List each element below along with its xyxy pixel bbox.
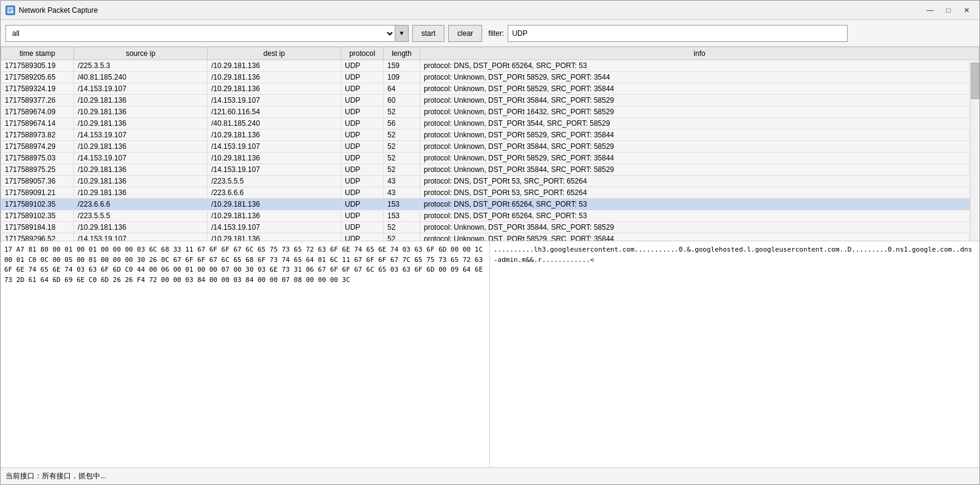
cell-dst_ip: /14.153.19.107 (208, 141, 341, 153)
cell-length: 52 (384, 141, 420, 153)
cell-dst_ip: /10.29.181.136 (208, 60, 341, 72)
status-bar: 当前接口：所有接口，抓包中... (1, 467, 979, 484)
filter-input[interactable] (508, 25, 848, 42)
table-scrollbar-thumb[interactable] (971, 63, 979, 99)
table-row[interactable]: 1717589184.18/10.29.181.136/14.153.19.10… (1, 222, 979, 233)
cell-info: protocol: DNS, DST_PORt 65264, SRC_PORT:… (420, 60, 979, 72)
cell-src_ip: /14.153.19.107 (74, 129, 208, 141)
cell-timestamp: 1717589296.52 (1, 233, 74, 242)
cell-length: 43 (384, 187, 420, 199)
cell-length: 52 (384, 164, 420, 176)
table-row[interactable]: 1717588974.29/10.29.181.136/14.153.19.10… (1, 141, 979, 153)
cell-protocol: UDP (341, 153, 384, 164)
filter-label: filter: (488, 29, 504, 38)
cell-info: protocol: Unknown, DST_PORt 16432, SRC_P… (420, 106, 979, 118)
cell-protocol: UDP (341, 233, 384, 242)
table-row[interactable]: 1717588975.25/10.29.181.136/14.153.19.10… (1, 164, 979, 176)
main-window: Network Packet Capture — □ ✕ all ▼ start… (0, 0, 980, 485)
cell-dst_ip: /14.153.19.107 (208, 164, 341, 176)
cell-info: protocol: DNS, DST_PORt 53, SRC_PORT: 65… (420, 176, 979, 187)
cell-timestamp: 1717588975.25 (1, 164, 74, 176)
dropdown-arrow-icon[interactable]: ▼ (395, 26, 408, 41)
detail-area: 17 A7 81 80 00 01 00 01 00 00 00 03 6C 6… (1, 241, 979, 467)
cell-length: 52 (384, 106, 420, 118)
cell-length: 52 (384, 222, 420, 233)
cell-timestamp: 1717589102.35 (1, 199, 74, 210)
table-row[interactable]: 1717588973.82/14.153.19.107/10.29.181.13… (1, 129, 979, 141)
cell-dst_ip: /10.29.181.136 (208, 83, 341, 95)
cell-src_ip: /40.81.185.240 (74, 72, 208, 83)
table-row[interactable]: 1717589102.35/223.6.6.6/10.29.181.136UDP… (1, 199, 979, 210)
cell-dst_ip: /14.153.19.107 (208, 222, 341, 233)
start-button[interactable]: start (412, 25, 444, 42)
app-icon (5, 5, 15, 15)
minimize-button[interactable]: — (922, 4, 938, 16)
hex-panel: 17 A7 81 80 00 01 00 01 00 00 00 03 6C 6… (1, 241, 490, 467)
cell-timestamp: 1717589184.18 (1, 222, 74, 233)
table-row[interactable]: 1717589324.19/14.153.19.107/10.29.181.13… (1, 83, 979, 95)
cell-dst_ip: /223.5.5.5 (208, 176, 341, 187)
cell-src_ip: /223.6.6.6 (74, 199, 208, 210)
table-row[interactable]: 1717589305.19/225.3.5.3/10.29.181.136UDP… (1, 60, 979, 72)
table-scrollbar[interactable] (970, 63, 979, 241)
cell-dst_ip: /10.29.181.136 (208, 233, 341, 242)
packet-table-container: time stamp source ip dest ip protocol le… (1, 47, 979, 241)
table-row[interactable]: 1717589674.09/10.29.181.136/121.60.116.5… (1, 106, 979, 118)
cell-protocol: UDP (341, 60, 384, 72)
table-row[interactable]: 1717589091.21/10.29.181.136/223.6.6.6UDP… (1, 187, 979, 199)
cell-timestamp: 1717588973.82 (1, 129, 74, 141)
col-header-length: length (384, 47, 420, 60)
cell-dst_ip: /14.153.19.107 (208, 95, 341, 106)
cell-timestamp: 1717589324.19 (1, 83, 74, 95)
cell-timestamp: 1717589674.09 (1, 106, 74, 118)
interface-select[interactable]: all (6, 26, 395, 41)
cell-protocol: UDP (341, 187, 384, 199)
packet-table: time stamp source ip dest ip protocol le… (1, 47, 979, 241)
cell-src_ip: /14.153.19.107 (74, 153, 208, 164)
cell-dst_ip: /10.29.181.136 (208, 153, 341, 164)
cell-info: protocol: DNS, DST_PORt 65264, SRC_PORT:… (420, 199, 979, 210)
cell-protocol: UDP (341, 95, 384, 106)
col-header-protocol: protocol (341, 47, 384, 60)
status-text: 当前接口：所有接口，抓包中... (5, 471, 106, 481)
col-header-srcip: source ip (74, 47, 208, 60)
table-row[interactable]: 1717588975.03/14.153.19.107/10.29.181.13… (1, 153, 979, 164)
cell-protocol: UDP (341, 83, 384, 95)
table-row[interactable]: 1717589377.26/10.29.181.136/14.153.19.10… (1, 95, 979, 106)
table-row[interactable]: 1717589674.14/10.29.181.136/40.81.185.24… (1, 118, 979, 129)
cell-length: 153 (384, 199, 420, 210)
cell-dst_ip: /40.81.185.240 (208, 118, 341, 129)
cell-src_ip: /14.153.19.107 (74, 233, 208, 242)
cell-info: protocol: Unknown, DST_PORt 35844, SRC_P… (420, 141, 979, 153)
table-row[interactable]: 1717589102.35/223.5.5.5/10.29.181.136UDP… (1, 210, 979, 222)
cell-src_ip: /14.153.19.107 (74, 83, 208, 95)
cell-protocol: UDP (341, 199, 384, 210)
table-row[interactable]: 1717589296.52/14.153.19.107/10.29.181.13… (1, 233, 979, 242)
cell-length: 60 (384, 95, 420, 106)
table-row[interactable]: 1717589057.36/10.29.181.136/223.5.5.5UDP… (1, 176, 979, 187)
cell-timestamp: 1717589091.21 (1, 187, 74, 199)
maximize-button[interactable]: □ (941, 4, 956, 16)
cell-timestamp: 1717589305.19 (1, 60, 74, 72)
close-button[interactable]: ✕ (959, 4, 975, 16)
clear-button[interactable]: clear (448, 25, 482, 42)
cell-length: 43 (384, 176, 420, 187)
cell-protocol: UDP (341, 72, 384, 83)
table-row[interactable]: 1717589205.65/40.81.185.240/10.29.181.13… (1, 72, 979, 83)
table-header-row: time stamp source ip dest ip protocol le… (1, 47, 979, 60)
cell-protocol: UDP (341, 164, 384, 176)
cell-length: 56 (384, 118, 420, 129)
cell-info: protocol: Unknown, DST_PORt 58529, SRC_P… (420, 153, 979, 164)
cell-dst_ip: /223.6.6.6 (208, 187, 341, 199)
cell-info: protocol: Unknown, DST_PORt 58529, SRC_P… (420, 72, 979, 83)
cell-length: 159 (384, 60, 420, 72)
cell-info: protocol: Unknown, DST_PORt 58529, SRC_P… (420, 233, 979, 242)
cell-protocol: UDP (341, 129, 384, 141)
cell-timestamp: 1717589057.36 (1, 176, 74, 187)
toolbar: all ▼ start clear filter: (1, 20, 979, 47)
cell-timestamp: 1717589377.26 (1, 95, 74, 106)
cell-protocol: UDP (341, 222, 384, 233)
cell-timestamp: 1717588974.29 (1, 141, 74, 153)
cell-dst_ip: /121.60.116.54 (208, 106, 341, 118)
cell-info: protocol: Unknown, DST_PORt 58529, SRC_P… (420, 83, 979, 95)
